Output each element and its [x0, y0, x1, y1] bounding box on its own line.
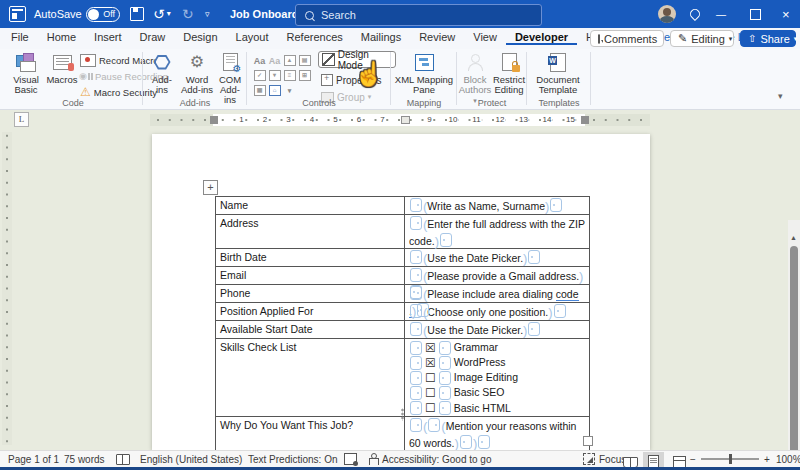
- word-app-icon[interactable]: [9, 0, 26, 28]
- zoom-in-button[interactable]: +: [764, 451, 770, 467]
- tab-review[interactable]: Review: [410, 28, 464, 45]
- indent-marker[interactable]: [210, 116, 218, 124]
- checkbox-item[interactable]: ☐Basic HTML: [409, 401, 587, 416]
- content-control-close-tag[interactable]: [528, 322, 540, 336]
- language-indicator[interactable]: English (United States): [140, 451, 242, 467]
- placeholder-text[interactable]: Write as Name, Surname: [427, 200, 545, 212]
- word-count[interactable]: 75 words: [64, 451, 105, 467]
- undo-button[interactable]: ↺▾: [153, 0, 171, 28]
- rich-text-control-icon[interactable]: Aa: [252, 53, 267, 68]
- restore-button[interactable]: [750, 0, 761, 28]
- row-label[interactable]: Address: [216, 215, 405, 248]
- zoom-out-button[interactable]: −: [690, 451, 696, 467]
- search-input[interactable]: Search: [295, 4, 542, 26]
- content-control-open-tag[interactable]: [410, 216, 422, 230]
- repeating-section-control-icon[interactable]: ⊞: [297, 68, 312, 83]
- more-commands-button[interactable]: ▿: [205, 0, 210, 28]
- redo-button[interactable]: ↻: [182, 0, 194, 28]
- plain-text-control-icon[interactable]: Aa: [267, 53, 282, 68]
- row-value[interactable]: (Please provide a Gmail address.): [405, 267, 589, 284]
- scroll-up-icon[interactable]: ▲: [790, 234, 797, 241]
- close-button[interactable]: ×: [782, 0, 790, 28]
- content-control-close-tag[interactable]: [440, 233, 452, 247]
- picture-control-icon[interactable]: ▲: [282, 53, 297, 68]
- row-label[interactable]: Position Applied For: [216, 303, 405, 320]
- macros-button[interactable]: Macros: [46, 51, 78, 85]
- zoom-slider-track[interactable]: [701, 458, 759, 460]
- checkbox-unchecked-icon[interactable]: ☐: [425, 387, 436, 399]
- content-control-open-tag[interactable]: [410, 304, 422, 318]
- restrict-editing-button[interactable]: Restrict Editing: [492, 51, 526, 95]
- addins-button[interactable]: Add-ins: [146, 51, 178, 95]
- content-control-open-tag[interactable]: [410, 286, 422, 300]
- checkbox-checked-icon[interactable]: ☒: [425, 357, 436, 369]
- presence-pin-button[interactable]: [690, 0, 700, 28]
- tab-developer[interactable]: Developer: [506, 28, 577, 45]
- content-control-open-tag[interactable]: [410, 198, 422, 212]
- com-addins-button[interactable]: COM Add-ins: [214, 51, 246, 105]
- content-control-close-tag[interactable]: [478, 435, 490, 449]
- editor-status-button[interactable]: [344, 451, 357, 467]
- word-addins-button[interactable]: ⚙ Word Add-ins: [180, 51, 214, 95]
- tab-insert[interactable]: Insert: [85, 28, 131, 45]
- right-indent-marker[interactable]: [581, 116, 589, 124]
- table-resize-handle[interactable]: [583, 436, 593, 446]
- placeholder-text[interactable]: Choose only one position.: [427, 306, 548, 318]
- checkbox-unchecked-icon[interactable]: ☐: [425, 402, 436, 414]
- row-value[interactable]: ((Mention your reasons within 60 words.)…: [405, 417, 589, 451]
- content-control-open-tag[interactable]: [410, 418, 422, 432]
- vertical-ruler[interactable]: [2, 132, 12, 445]
- comments-button[interactable]: Comments: [590, 30, 664, 47]
- tab-view[interactable]: View: [464, 28, 506, 45]
- tab-mailings[interactable]: Mailings: [352, 28, 410, 45]
- tab-stop-selector[interactable]: L: [14, 112, 29, 127]
- row-label[interactable]: Available Start Date: [216, 321, 405, 338]
- save-button[interactable]: [130, 0, 144, 28]
- row-value[interactable]: (Use the Date Picker.): [405, 249, 589, 266]
- placeholder-text[interactable]: Please include area dialing: [427, 288, 555, 300]
- horizontal-ruler[interactable]: 123456789101112131415: [213, 114, 585, 126]
- row-value[interactable]: (Write as Name, Surname): [405, 197, 589, 214]
- page-indicator[interactable]: Page 1 of 1: [8, 451, 59, 467]
- date-picker-control-icon[interactable]: ▦: [252, 83, 267, 98]
- legacy-tools-chevron-icon[interactable]: ▾: [282, 83, 297, 98]
- checkbox-item[interactable]: ☐Basic SEO: [409, 386, 587, 401]
- building-block-gallery-icon[interactable]: ▤: [297, 53, 312, 68]
- content-control-open-tag[interactable]: [410, 268, 422, 282]
- content-control-close-tag[interactable]: [554, 304, 566, 318]
- accessibility-status[interactable]: Accessibility: Good to go: [368, 451, 492, 467]
- checkbox-checked-icon[interactable]: ☒: [425, 342, 436, 354]
- content-control-open-tag[interactable]: [410, 322, 422, 336]
- tab-layout[interactable]: Layout: [227, 28, 278, 45]
- minimize-button[interactable]: —: [716, 0, 726, 28]
- tab-file[interactable]: File: [2, 28, 38, 45]
- editing-mode-button[interactable]: ✎ Editing ▾: [670, 30, 734, 47]
- ruler-left-margin[interactable]: [150, 114, 213, 126]
- row-value[interactable]: (Please include area dialing code .): [405, 285, 589, 302]
- legacy-tools-icon[interactable]: ⌂: [267, 83, 282, 98]
- cell-margin-marker[interactable]: [401, 116, 410, 124]
- table-move-handle[interactable]: +: [203, 180, 218, 195]
- tab-design[interactable]: Design: [174, 28, 226, 45]
- row-value[interactable]: (Choose only one position.): [405, 303, 589, 320]
- row-label[interactable]: Why Do You Want This Job?: [216, 417, 405, 451]
- checkbox-unchecked-icon[interactable]: ☐: [425, 372, 436, 384]
- ruler-right-margin[interactable]: [585, 114, 650, 126]
- account-avatar[interactable]: [658, 0, 676, 28]
- placeholder-text[interactable]: Use the Date Picker.: [427, 252, 523, 264]
- zoom-level[interactable]: 100%: [776, 451, 800, 467]
- tab-draw[interactable]: Draw: [131, 28, 175, 45]
- row-label[interactable]: Skills Check List: [216, 339, 405, 416]
- zoom-slider[interactable]: [701, 451, 759, 467]
- row-label[interactable]: Email: [216, 267, 405, 284]
- checkbox-item[interactable]: ☒WordPress: [409, 355, 587, 370]
- content-control-close-tag[interactable]: [460, 435, 472, 449]
- combo-box-control-icon[interactable]: ▾: [267, 68, 282, 83]
- content-control-open-tag[interactable]: [428, 418, 440, 432]
- tab-home[interactable]: Home: [38, 28, 85, 45]
- row-label[interactable]: Birth Date: [216, 249, 405, 266]
- content-control-close-tag[interactable]: [550, 198, 562, 212]
- visual-basic-button[interactable]: Visual Basic: [8, 51, 44, 95]
- share-button[interactable]: ⇧ Share ▾: [740, 30, 796, 47]
- placeholder-text[interactable]: Please provide a Gmail address.: [427, 270, 579, 282]
